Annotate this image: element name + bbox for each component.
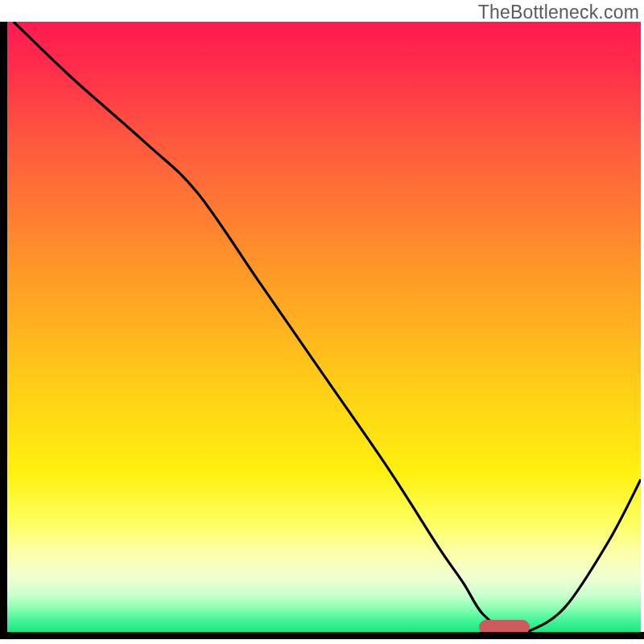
x-axis	[0, 632, 644, 639]
bottleneck-curve	[7, 22, 641, 632]
curve-path	[14, 22, 641, 632]
plot-area	[7, 22, 641, 632]
optimal-range-marker	[479, 620, 530, 632]
y-axis	[0, 22, 7, 632]
chart-canvas: TheBottleneck.com	[0, 0, 644, 644]
watermark-label: TheBottleneck.com	[478, 2, 639, 23]
